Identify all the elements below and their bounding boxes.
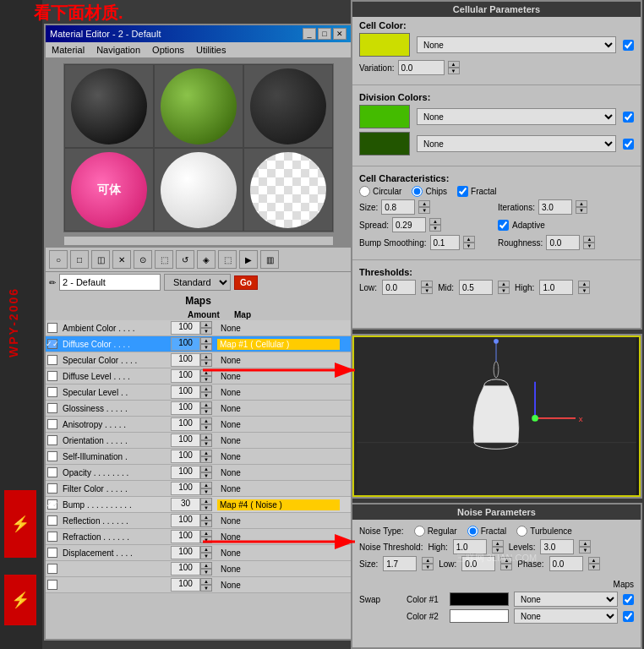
menu-material[interactable]: Material <box>49 44 87 56</box>
low-input[interactable] <box>382 280 416 295</box>
spin-up-ambient[interactable]: ▲ <box>200 321 212 328</box>
material-type-dropdown[interactable]: Standard <box>164 274 231 291</box>
noise-turbulence-radio[interactable] <box>516 526 527 537</box>
size-spin-down[interactable]: ▼ <box>418 207 430 214</box>
noise-color2-dropdown[interactable]: None <box>514 608 618 624</box>
roughness-spin-up[interactable]: ▲ <box>583 236 595 243</box>
spin-up-bump[interactable]: ▲ <box>200 498 212 504</box>
viewport-panel[interactable]: x <box>351 334 642 499</box>
fractal-option[interactable]: Fractal <box>457 186 497 197</box>
div-color1-dropdown[interactable]: None <box>417 108 616 125</box>
amount-field-bump[interactable]: 30 <box>171 498 200 511</box>
size-input[interactable] <box>381 199 415 215</box>
maximize-button[interactable]: □ <box>318 28 331 40</box>
bump-smoothing-input[interactable] <box>430 235 460 250</box>
mid-spin-down[interactable]: ▼ <box>498 287 510 294</box>
noise-low-spin-down[interactable]: ▼ <box>500 564 512 570</box>
tool-copy[interactable]: ⬚ <box>155 250 173 269</box>
noise-phase-spin-down[interactable]: ▼ <box>588 564 600 570</box>
noise-high-spin-up[interactable]: ▲ <box>492 540 504 547</box>
map-name-diffuse[interactable]: Map #1 ( Cellular ) <box>217 339 340 350</box>
spin-up-opacity[interactable]: ▲ <box>200 466 212 472</box>
spin-down-displacement[interactable]: ▼ <box>200 553 212 559</box>
amount-field-ambient[interactable]: 100 <box>171 321 200 335</box>
tool-render[interactable]: ▶ <box>239 250 258 269</box>
map-checkbox-diffuse[interactable]: ✓ <box>47 339 57 349</box>
preview-cell-3[interactable] <box>243 64 333 148</box>
map-checkbox-specular-level[interactable] <box>47 387 57 397</box>
amount-field-diffuse[interactable]: 100 <box>171 337 200 351</box>
spin-down-orientation[interactable]: ▼ <box>200 440 212 447</box>
spin-up-specular-color[interactable]: ▲ <box>200 353 212 360</box>
spin-down-opacity[interactable]: ▼ <box>200 472 212 479</box>
roughness-input[interactable] <box>546 235 580 250</box>
variation-spin-down[interactable]: ▼ <box>448 68 460 74</box>
amount-field-self-illum[interactable]: 100 <box>171 450 200 463</box>
map-checkbox-anisotropy[interactable] <box>47 419 57 429</box>
map-checkbox-bump[interactable]: ✓ <box>47 499 57 510</box>
spin-down-15[interactable]: ▼ <box>200 569 212 575</box>
map-checkbox-diffuse-level[interactable] <box>47 371 57 381</box>
div-color1-checkbox[interactable] <box>623 112 634 123</box>
chips-option[interactable]: Chips <box>412 186 447 197</box>
spin-up-filter-color[interactable]: ▲ <box>200 482 212 488</box>
amount-field-displacement[interactable]: 100 <box>171 546 200 559</box>
map-checkbox-opacity[interactable] <box>47 467 57 477</box>
noise-fractal-radio[interactable] <box>467 526 478 537</box>
roughness-spin-down[interactable]: ▼ <box>583 243 595 249</box>
map-checkbox-reflection[interactable] <box>47 515 57 526</box>
map-checkbox-specular-color[interactable] <box>47 355 57 365</box>
amount-field-reflection[interactable]: 100 <box>171 514 200 527</box>
tool-cylinder[interactable]: ◫ <box>91 250 110 269</box>
amount-field-15[interactable]: 100 <box>171 562 200 575</box>
menu-utilities[interactable]: Utilities <box>194 44 228 56</box>
fractal-checkbox[interactable] <box>457 186 468 197</box>
cell-color-dropdown[interactable]: None <box>417 36 616 53</box>
spin-up-orientation[interactable]: ▲ <box>200 434 212 440</box>
bump-smoothing-spin-up[interactable]: ▲ <box>463 236 475 243</box>
map-checkbox-displacement[interactable] <box>47 548 57 558</box>
preview-cell-6[interactable] <box>243 148 333 232</box>
spin-up-specular-level[interactable]: ▲ <box>200 385 212 392</box>
mid-input[interactable] <box>459 280 493 295</box>
close-button[interactable]: ✕ <box>333 28 347 40</box>
go-button[interactable]: Go <box>234 275 258 290</box>
map-checkbox-glossiness[interactable] <box>47 403 57 413</box>
preview-cell-1[interactable] <box>64 64 154 148</box>
spin-up-16[interactable]: ▲ <box>200 578 212 585</box>
map-checkbox-16[interactable] <box>47 580 57 590</box>
noise-color1-checkbox[interactable] <box>623 594 634 605</box>
div-color1-swatch[interactable] <box>359 105 410 128</box>
spin-down-reflection[interactable]: ▼ <box>200 521 212 527</box>
amount-field-specular-level[interactable]: 100 <box>171 385 200 399</box>
map-checkbox-orientation[interactable] <box>47 435 57 445</box>
div-color2-dropdown[interactable]: None <box>417 135 616 152</box>
tool-box[interactable]: □ <box>70 250 89 269</box>
amount-field-glossiness[interactable]: 100 <box>171 401 200 415</box>
spin-up-self-illum[interactable]: ▲ <box>200 450 212 456</box>
circular-radio[interactable] <box>359 186 370 197</box>
high-input[interactable] <box>539 280 573 295</box>
mid-spin-up[interactable]: ▲ <box>498 281 510 287</box>
tool-delete[interactable]: ✕ <box>112 250 131 269</box>
spread-spin-down[interactable]: ▼ <box>429 225 441 232</box>
tool-pick[interactable]: ⊙ <box>134 250 152 269</box>
preview-scrollbar-h[interactable] <box>63 236 334 246</box>
iterations-spin-up[interactable]: ▲ <box>576 200 587 207</box>
noise-color2-checkbox[interactable] <box>623 611 634 622</box>
noise-fractal-option[interactable]: Fractal <box>467 526 507 537</box>
noise-regular-radio[interactable] <box>414 526 425 537</box>
preview-cell-4[interactable] <box>64 148 154 232</box>
low-spin-down[interactable]: ▼ <box>421 287 433 294</box>
spin-up-reflection[interactable]: ▲ <box>200 514 212 521</box>
amount-field-specular-color[interactable]: 100 <box>171 353 200 367</box>
high-spin-down[interactable]: ▼ <box>578 287 590 294</box>
amount-field-diffuse-level[interactable]: 100 <box>171 369 200 383</box>
noise-color1-dropdown[interactable]: None <box>514 592 618 607</box>
spin-down-glossiness[interactable]: ▼ <box>200 408 212 415</box>
tool-reset[interactable]: ↺ <box>176 250 194 269</box>
menu-navigation[interactable]: Navigation <box>94 44 143 56</box>
map-checkbox-15[interactable] <box>47 564 57 574</box>
amount-field-opacity[interactable]: 100 <box>171 466 200 479</box>
spin-down-16[interactable]: ▼ <box>200 585 212 592</box>
